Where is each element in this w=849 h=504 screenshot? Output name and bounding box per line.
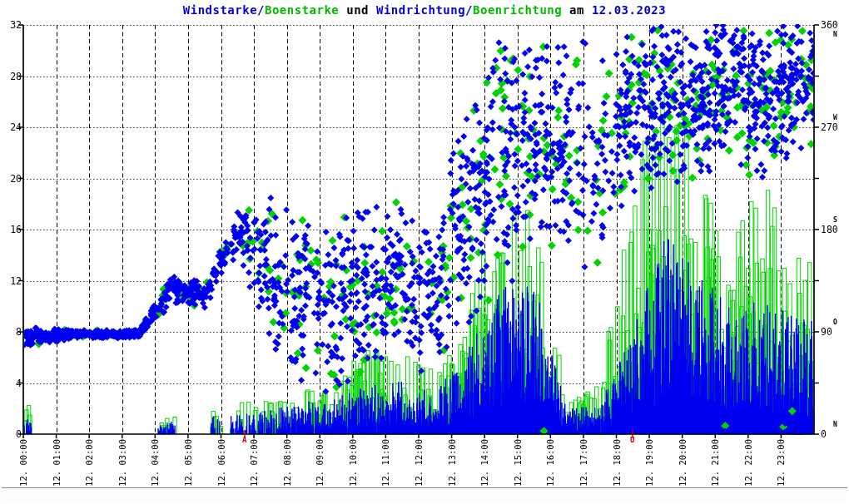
y-left-tick-label: 28 xyxy=(2,72,22,82)
y-right-tick-label: 270 xyxy=(821,122,838,132)
y-left-tick-label: 4 xyxy=(2,378,22,388)
cardinal-label: N xyxy=(833,422,837,428)
x-tick-label: 12. 08:00 xyxy=(282,439,293,487)
y-right-tick-label: 180 xyxy=(821,225,838,235)
y-left-tick-label: 24 xyxy=(2,122,22,132)
y-right-tick-label: 0 xyxy=(821,429,827,439)
y-left-tick-label: 12 xyxy=(2,276,22,286)
y-right-tick-label: 360 xyxy=(821,20,838,30)
status-bar: Letzte Aktualisierung: 13.03.2023, 00:01… xyxy=(2,487,847,502)
x-tick-label: 12. 17:00 xyxy=(578,439,589,487)
x-tick-label: 12. 14:00 xyxy=(479,439,490,487)
cardinal-label: O xyxy=(833,319,837,326)
y-left-tick-label: 16 xyxy=(2,225,22,235)
title-boenrichtung: Boenrichtung xyxy=(473,3,562,17)
sunset-marker: U xyxy=(630,437,634,444)
x-tick-label: 12. 19:00 xyxy=(644,439,655,487)
x-tick-label: 12. 13:00 xyxy=(447,439,458,487)
x-tick-label: 12. 20:00 xyxy=(678,439,688,487)
cardinal-label: W xyxy=(833,115,837,121)
y-left-tick-label: 8 xyxy=(2,327,22,337)
x-tick-label: 12. 04:00 xyxy=(150,439,161,487)
y-right-tick-label: 90 xyxy=(821,327,832,337)
y-left-tick-label: 32 xyxy=(2,20,22,30)
x-tick-label: 12. 18:00 xyxy=(612,439,623,487)
title-und: und xyxy=(339,3,376,17)
x-tick-label: 12. 11:00 xyxy=(380,439,391,487)
title-boenstaerke: Boenstarke xyxy=(265,3,339,17)
x-tick-label: 12. 22:00 xyxy=(743,439,754,487)
x-tick-label: 12. 10:00 xyxy=(348,439,359,487)
chart-window: Windstarke/Boenstarke und Windrichtung/B… xyxy=(0,0,849,504)
chart-title: Windstarke/Boenstarke und Windrichtung/B… xyxy=(0,3,849,17)
x-tick-label: 12. 03:00 xyxy=(117,439,128,487)
cardinal-label: S xyxy=(833,217,837,224)
x-tick-label: 12. 00:00 xyxy=(18,439,29,487)
x-tick-label: 12. 06:00 xyxy=(216,439,227,487)
x-tick-label: 12. 16:00 xyxy=(545,439,556,487)
x-tick-label: 12. 15:00 xyxy=(513,439,524,487)
x-tick-label: 12. 07:00 xyxy=(249,439,260,487)
title-windrichtung: Windrichtung/ xyxy=(376,3,473,17)
x-tick-label: 12. 05:00 xyxy=(183,439,194,487)
x-tick-label: 12. 09:00 xyxy=(315,439,325,487)
title-am: am xyxy=(562,3,592,17)
x-tick-label: 12. 23:00 xyxy=(776,439,787,487)
chart-canvas xyxy=(0,0,849,504)
x-tick-label: 12. 02:00 xyxy=(84,439,95,487)
sunrise-marker: A xyxy=(242,437,246,444)
y-left-tick-label: 0 xyxy=(2,429,22,439)
title-windstaerke: Windstarke/ xyxy=(183,3,265,17)
x-tick-label: 12. 12:00 xyxy=(414,439,424,487)
cardinal-label: N xyxy=(833,32,837,38)
y-left-tick-label: 20 xyxy=(2,174,22,184)
x-tick-label: 12. 21:00 xyxy=(710,439,721,487)
title-date: 12.03.2023 xyxy=(592,3,666,17)
x-tick-label: 12. 01:00 xyxy=(52,439,62,487)
